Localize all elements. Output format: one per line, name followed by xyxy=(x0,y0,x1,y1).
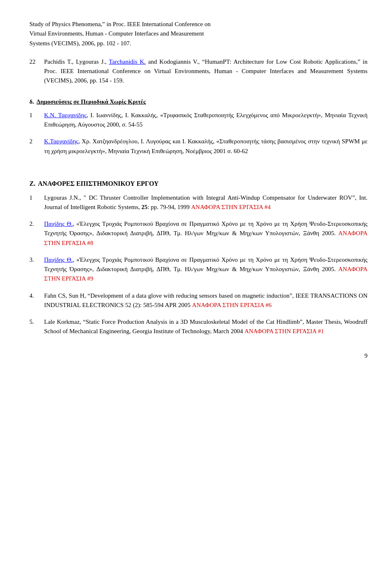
Z-1-num: 1 xyxy=(29,193,38,203)
header-line2: Virtual Environments, Human - Computer I… xyxy=(29,30,204,37)
Z-4-content: Fahn CS, Sun H, “Development of a data g… xyxy=(44,291,368,310)
Z-entry-1: 1 Lygouras J.N., " DC Thruster Controlle… xyxy=(29,193,368,215)
entry-22: 22 Pachidis T., Lygouras J., Tarchanidis… xyxy=(29,57,368,88)
Z-1-ref: ΑΝΑΦΟΡΑ ΣΤΗΝ ΕΡΓΑΣΙΑ #4 xyxy=(191,204,271,210)
Z-3-text: , «Έλεγχος Τροχιάς Ρομποτικού Βραχίονα σ… xyxy=(44,256,368,272)
Z-4-num: 4. xyxy=(29,291,38,301)
header-line1: Study of Physics Phenomena,” in Proc. IE… xyxy=(29,21,211,27)
Z-entry-5: 5. Lale Korkmaz, “Static Force Productio… xyxy=(29,317,368,339)
section-delta-header: δ. Δημοσιεύσεις σε Περιοδικά Χωρίς Κριτέ… xyxy=(29,97,368,107)
Z-entry-3: 3. Παχίδης Θ., «Έλεγχος Τροχιάς Ρομποτικ… xyxy=(29,255,368,286)
Z-entry-4: 4. Fahn CS, Sun H, “Development of a dat… xyxy=(29,291,368,313)
delta-1-link[interactable]: Κ.Ν. Ταρχανίδης xyxy=(44,112,87,118)
Z-2-content: Παχίδης Θ., «Έλεγχος Τροχιάς Ρομποτικού … xyxy=(44,219,368,248)
Z-2-text: , «Έλεγχος Τροχιάς Ρομποτικού Βραχίονα σ… xyxy=(44,220,368,236)
delta-2-num: 2 xyxy=(29,137,38,146)
entry-22-num: 22 xyxy=(29,57,38,67)
page-content: Study of Physics Phenomena,” in Proc. IE… xyxy=(29,20,368,361)
section-delta: δ. Δημοσιεύσεις σε Περιοδικά Χωρίς Κριτέ… xyxy=(29,97,368,158)
entry-22-author1: Pachidis T., Lygouras J., xyxy=(44,58,109,65)
Z-1-content: Lygouras J.N., " DC Thruster Controller … xyxy=(44,193,368,212)
entry-22-link[interactable]: Tarchanidis K. xyxy=(109,58,146,65)
Z-2-link[interactable]: Παχίδης Θ. xyxy=(44,220,73,227)
Z-entry-2: 2. Παχίδης Θ., «Έλεγχος Τροχιάς Ρομποτικ… xyxy=(29,219,368,250)
Z-4-ref: ΑΝΑΦΟΡΑ ΣΤΗΝ ΕΡΓΑΣΙΑ #6 xyxy=(192,302,272,308)
Z-5-num: 5. xyxy=(29,317,38,327)
Z-1-bold: 25 xyxy=(141,204,147,210)
section-Z-label: Z. xyxy=(29,179,36,189)
delta-2-link[interactable]: Κ.Ταρχανίδης xyxy=(44,138,78,145)
section-Z: Z. ΑΝΑΦΟΡΕΣ ΕΠΙΣΤΗΜΟΝΙΚΟΥ ΕΡΓΟΥ 1 Lygour… xyxy=(29,179,368,339)
delta-entry-2: 2 Κ.Ταρχανίδης, Χρ. Χατζηανδρέογλου, Ι. … xyxy=(29,137,368,158)
delta-1-content: Κ.Ν. Ταρχανίδης, Ι. Ιωαννίδης, Ι. Κακκαλ… xyxy=(44,111,368,130)
page-number: 9 xyxy=(29,351,368,361)
Z-3-num: 3. xyxy=(29,255,38,265)
header-paragraph: Study of Physics Phenomena,” in Proc. IE… xyxy=(29,20,368,48)
delta-1-text: , Ι. Ιωαννίδης, Ι. Κακκαλής, «Τριφασικός… xyxy=(44,112,368,128)
delta-entry-1: 1 Κ.Ν. Ταρχανίδης, Ι. Ιωαννίδης, Ι. Κακκ… xyxy=(29,111,368,132)
section-delta-label: δ. xyxy=(29,97,34,107)
header-line3: Systems (VECIMS), 2006, pp. 102 - 107. xyxy=(29,40,131,47)
Z-1-text2: : pp. 79-94, 1999 xyxy=(147,204,191,210)
Z-2-num: 2. xyxy=(29,219,38,229)
section-delta-title: Δημοσιεύσεις σε Περιοδικά Χωρίς Κριτές xyxy=(37,97,146,107)
delta-2-text: , Χρ. Χατζηανδρέογλου, Ι. Λυγούρας και Ι… xyxy=(44,138,368,154)
delta-2-content: Κ.Ταρχανίδης, Χρ. Χατζηανδρέογλου, Ι. Λυ… xyxy=(44,137,368,156)
Z-5-ref: ΑΝΑΦΟΡΑ ΣΤΗΝ ΕΡΓΑΣΙΑ #1 xyxy=(245,328,324,334)
Z-3-link[interactable]: Παχίδης Θ. xyxy=(44,256,73,263)
section-Z-header: Z. ΑΝΑΦΟΡΕΣ ΕΠΙΣΤΗΜΟΝΙΚΟΥ ΕΡΓΟΥ xyxy=(29,179,368,189)
delta-1-num: 1 xyxy=(29,111,38,120)
Z-5-content: Lale Korkmaz, “Static Force Production A… xyxy=(44,317,368,336)
Z-3-content: Παχίδης Θ., «Έλεγχος Τροχιάς Ρομποτικού … xyxy=(44,255,368,284)
section-Z-title-text: ΑΝΑΦΟΡΕΣ ΕΠΙΣΤΗΜΟΝΙΚΟΥ ΕΡΓΟΥ xyxy=(38,179,159,189)
Z-list: 1 Lygouras J.N., " DC Thruster Controlle… xyxy=(29,193,368,339)
entry-22-content: Pachidis T., Lygouras J., Tarchanidis K.… xyxy=(44,57,368,86)
delta-list: 1 Κ.Ν. Ταρχανίδης, Ι. Ιωαννίδης, Ι. Κακκ… xyxy=(29,111,368,158)
